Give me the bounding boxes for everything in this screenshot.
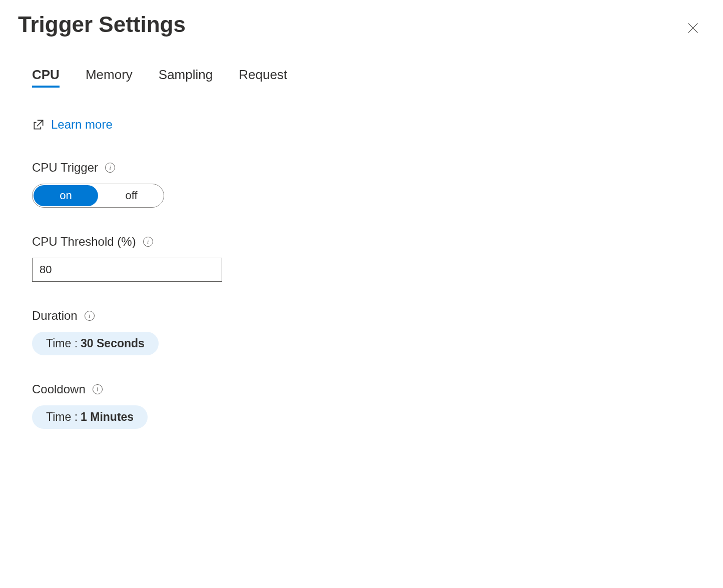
tab-cpu[interactable]: CPU [32, 67, 60, 88]
cpu-threshold-label: CPU Threshold (%) [32, 235, 136, 249]
cooldown-label: Cooldown [32, 382, 86, 396]
duration-value: 30 Seconds [81, 337, 145, 350]
info-icon[interactable]: i [93, 384, 103, 394]
page-title: Trigger Settings [18, 12, 186, 37]
info-icon[interactable]: i [85, 311, 95, 321]
duration-pill[interactable]: Time : 30 Seconds [32, 332, 159, 355]
learn-more-label: Learn more [51, 118, 113, 132]
tab-sampling[interactable]: Sampling [159, 67, 213, 88]
cooldown-value: 1 Minutes [81, 410, 134, 424]
external-link-icon [32, 118, 45, 131]
close-icon [686, 21, 700, 35]
info-icon[interactable]: i [143, 237, 153, 247]
learn-more-link[interactable]: Learn more [32, 118, 705, 132]
tab-bar: CPU Memory Sampling Request [32, 67, 705, 88]
close-button[interactable] [686, 21, 700, 35]
duration-prefix: Time : [46, 337, 78, 350]
cpu-trigger-label: CPU Trigger [32, 161, 98, 175]
info-icon[interactable]: i [105, 163, 115, 173]
cpu-threshold-input[interactable] [32, 258, 222, 282]
tab-memory[interactable]: Memory [86, 67, 133, 88]
cooldown-prefix: Time : [46, 410, 78, 424]
duration-label: Duration [32, 309, 78, 323]
toggle-on[interactable]: on [34, 185, 98, 206]
cooldown-pill[interactable]: Time : 1 Minutes [32, 405, 148, 429]
tab-request[interactable]: Request [239, 67, 287, 88]
toggle-off[interactable]: off [99, 184, 164, 207]
svg-line-2 [37, 120, 43, 126]
cpu-trigger-toggle[interactable]: on off [32, 184, 164, 208]
